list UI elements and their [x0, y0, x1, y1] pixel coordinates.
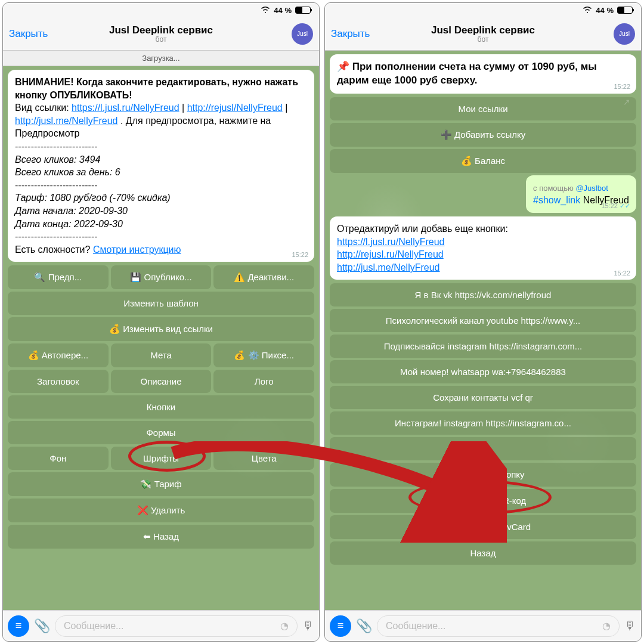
attach-icon[interactable]: 📎	[34, 618, 50, 634]
kb-logo[interactable]: Лого	[213, 370, 314, 393]
link[interactable]: https://l.jusl.ru/NellyFreud	[72, 103, 179, 113]
kb-linktype[interactable]: 💰 Изменить вид ссылки	[8, 317, 314, 341]
battery-text: 44 %	[274, 6, 292, 15]
menu-button[interactable]: ≡	[330, 615, 351, 637]
menu-button[interactable]: ≡	[8, 615, 29, 637]
avatar[interactable]: Jusl	[292, 23, 313, 45]
link[interactable]: http://jusl.me/NellyFreud	[15, 116, 118, 126]
kb-vk[interactable]: Я в Вк vk https://vk.com/nellyfroud	[330, 283, 636, 306]
sticker-icon[interactable]: ◔	[280, 620, 289, 631]
right-phone: 44 % Закрыть Jusl Deeplink сервисбот Jus…	[324, 2, 642, 642]
kb-addqr[interactable]: ➕ Добавить QR-код	[330, 489, 636, 513]
close-button[interactable]: Закрыть	[9, 28, 48, 40]
kb-meta[interactable]: Мета	[111, 343, 212, 367]
kb-addlink[interactable]: ➕ Добавить ссылку	[330, 123, 636, 147]
kb-delete[interactable]: ❌ Удалить	[8, 499, 314, 522]
kb-instagram2[interactable]: Инстаграм! instagram https://instagram.c…	[330, 411, 636, 435]
kb-addbutton[interactable]: ➕ Добавить кнопку	[330, 463, 636, 487]
chat-title: Jusl Deeplink сервис	[109, 24, 213, 36]
kb-vcf[interactable]: Сохрани контакты vcf qr	[330, 386, 636, 409]
link[interactable]: http://jusl.me/NellyFreud	[337, 262, 440, 273]
loading-bar: Загрузка...	[3, 51, 319, 66]
message-incoming: 📌 При пополнении счета на сумму от 1090 …	[330, 54, 636, 94]
header: Закрыть Jusl Deeplink сервисбот Jusl	[3, 17, 319, 51]
mic-icon[interactable]: 🎙	[302, 619, 314, 633]
battery-icon	[295, 7, 311, 14]
message-outgoing: с помощью @Juslbot #show_link NellyFreud…	[526, 175, 636, 213]
chat-subtitle: бот	[3, 35, 319, 44]
wifi-icon	[261, 6, 270, 15]
wifi-icon	[583, 6, 592, 15]
kb-youtube[interactable]: Психологический канал youtube https://ww…	[330, 309, 636, 332]
message-incoming: ВНИМАНИЕ! Когда закончите редактировать,…	[8, 70, 314, 262]
kb-colors[interactable]: Цвета	[213, 447, 314, 470]
kb-tariff[interactable]: 💸 Тариф	[8, 472, 314, 496]
input-bar: ≡ 📎 Сообщение...◔ 🎙	[3, 610, 319, 641]
kb-deactivate[interactable]: ⚠️ Деактиви...	[213, 265, 314, 289]
kb-more[interactable]: >>	[330, 437, 636, 460]
input-bar: ≡ 📎 Сообщение...◔ 🎙	[325, 610, 641, 641]
kb-preview[interactable]: 🔍 Предп...	[8, 265, 109, 289]
status-bar: 44 %	[3, 3, 319, 17]
kb-bg[interactable]: Фон	[8, 447, 109, 470]
kb-publish[interactable]: 💾 Опублико...	[111, 265, 212, 289]
kb-autoredirect[interactable]: 💰 Автопере...	[8, 343, 109, 367]
kb-pixel[interactable]: 💰 ⚙️ Пиксе...	[213, 343, 314, 367]
link[interactable]: http://rejusl.ru/NellyFreud	[337, 249, 444, 259]
avatar[interactable]: Jusl	[614, 23, 635, 45]
kb-instagram[interactable]: Подписывайся instagram https://instagram…	[330, 335, 636, 358]
message-incoming: Отредактируй или добавь еще кнопки: http…	[330, 216, 636, 280]
link[interactable]: https://l.jusl.ru/NellyFreud	[337, 237, 445, 247]
kb-mylinks[interactable]: Мои ссылки	[330, 97, 636, 120]
link[interactable]: http://rejusl/NellyFreud	[187, 103, 283, 113]
kb-title[interactable]: Заголовок	[8, 370, 109, 393]
message-input[interactable]: Сообщение...◔	[55, 615, 298, 637]
mic-icon[interactable]: 🎙	[624, 619, 636, 633]
kb-template[interactable]: Изменить шаблон	[8, 292, 314, 315]
kb-whatsapp[interactable]: Мой номер! whatsapp wa:+79648462883	[330, 360, 636, 383]
kb-fonts[interactable]: Шрифты	[111, 447, 212, 470]
inline-keyboard: 🔍 Предп... 💾 Опублико... ⚠️ Деактиви... …	[8, 265, 314, 549]
inline-keyboard: Я в Вк vk https://vk.com/nellyfroud Псих…	[330, 283, 636, 565]
left-phone: 44 % Закрыть Jusl Deeplink сервисбот Jus…	[2, 2, 320, 642]
battery-icon	[617, 7, 633, 14]
attach-icon[interactable]: 📎	[356, 618, 372, 634]
timestamp: 15:22	[292, 250, 308, 259]
kb-balance[interactable]: 💰 Баланс	[330, 149, 636, 173]
message-input[interactable]: Сообщение...◔	[377, 615, 620, 637]
header: Закрыть Jusl Deeplink сервисбот Jusl	[325, 17, 641, 51]
kb-buttons[interactable]: Кнопки	[8, 395, 314, 419]
status-bar: 44 %	[325, 3, 641, 17]
kb-desc[interactable]: Описание	[111, 370, 212, 393]
kb-addvcard[interactable]: ➕ Добавить QR vCard	[330, 515, 636, 539]
close-button[interactable]: Закрыть	[331, 28, 370, 40]
kb-forms[interactable]: Формы	[8, 421, 314, 444]
help-link[interactable]: Смотри инструкцию	[93, 244, 181, 255]
kb-back[interactable]: ⬅ Назад	[8, 525, 314, 549]
kb-back[interactable]: Назад	[330, 541, 636, 565]
sticker-icon[interactable]: ◔	[602, 620, 611, 631]
